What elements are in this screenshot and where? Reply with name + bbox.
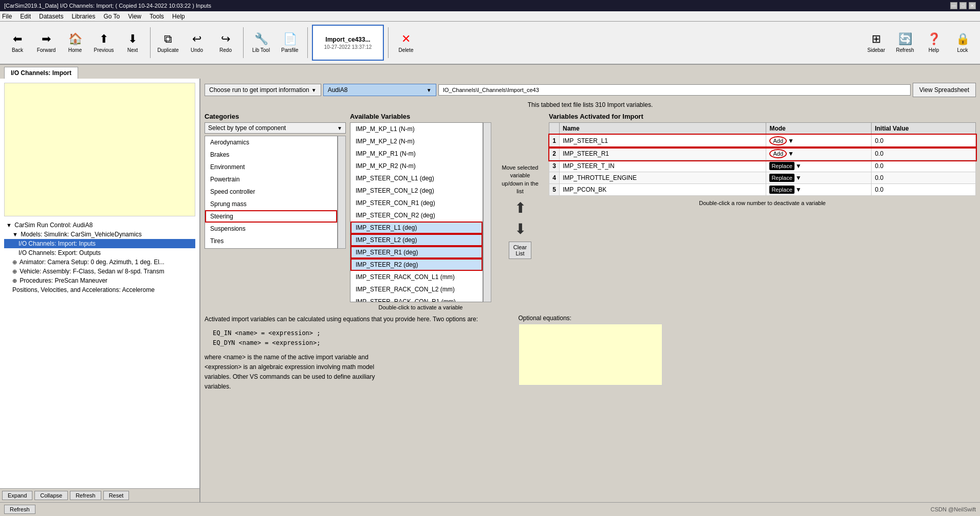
back-button[interactable]: ⬅ Back [4,25,31,61]
reset-button[interactable]: Reset [103,491,130,500]
activated-row-3[interactable]: 3 IMP_STEER_T_IN Replace ▼ 0.0 [549,160,976,172]
refresh-button[interactable]: 🔄 Refresh [892,25,918,61]
menu-file[interactable]: File [2,13,12,20]
cat-item-tires[interactable]: Tires [205,235,337,247]
delete-button[interactable]: ✕ Delete [393,25,419,61]
sidebar-icon: ⊞ [872,32,881,46]
sidebar-button[interactable]: ⊞ Sidebar [863,25,890,61]
menu-help[interactable]: Help [172,13,185,20]
collapse-button[interactable]: Collapse [34,491,68,500]
mode-dropdown-icon-1[interactable]: ▼ [788,137,794,144]
cat-item-sprungmass[interactable]: Sprung mass [205,198,337,210]
row-mode-2[interactable]: Add ▼ [766,148,872,160]
tree-item-io-export[interactable]: I/O Channels: Export: Outputs [4,248,195,257]
cat-item-suspensions[interactable]: Suspensions [205,223,337,235]
status-refresh-button[interactable]: Refresh [4,505,35,514]
var-item-11[interactable]: IMP_STEER_R2 (deg) [350,259,483,271]
undo-button[interactable]: ↩ Undo [183,25,210,61]
category-type-dropdown[interactable]: Select by type of component ▼ [205,122,346,134]
forward-button[interactable]: ➡ Forward [33,25,60,61]
cat-item-aerodynamics[interactable]: Aerodynamics [205,136,337,149]
cat-item-environment[interactable]: Environment [205,161,337,173]
redo-button[interactable]: ↪ Redo [212,25,239,61]
variable-scrollbar[interactable] [483,122,491,302]
row-num-4[interactable]: 4 [549,172,560,184]
tree-item-procedures[interactable]: ⊕ Procedures: PreScan Maneuver [4,276,195,285]
next-button[interactable]: ⬇ Next [119,25,146,61]
clear-list-button[interactable]: Clear List [509,242,531,259]
tree-item-positions[interactable]: Positions, Velocities, and Accelerations… [4,285,195,294]
run-name-dropdown[interactable]: AudiA8 ▼ [323,84,436,96]
previous-label: Previous [94,47,114,53]
row-mode-4[interactable]: Replace ▼ [766,172,872,184]
tree-item-carsim-run[interactable]: ▼ CarSim Run Control: AudiA8 [4,220,195,230]
expand-button[interactable]: Expand [2,491,32,500]
var-item-8[interactable]: IMP_STEER_L1 (deg) [350,222,483,234]
help-button[interactable]: ❓ Help [920,25,947,61]
duplicate-button[interactable]: ⧉ Duplicate [155,25,181,61]
mode-dropdown-icon-2[interactable]: ▼ [788,150,794,157]
var-item-7[interactable]: IMP_STEER_CON_R2 (deg) [350,209,483,222]
row-num-1[interactable]: 1 [549,135,560,148]
maximize-button[interactable]: □ [959,2,967,9]
activated-row-1[interactable]: 1 IMP_STEER_L1 Add ▼ 0.0 [549,135,976,148]
var-item-0[interactable]: IMP_M_KP_L1 (N-m) [350,123,483,135]
minimize-button[interactable]: — [950,2,957,9]
menu-datasets[interactable]: Datasets [39,13,63,20]
title-text: [CarSim2019.1_Data] I/O Channels: Import… [4,3,211,9]
menu-view[interactable]: View [128,13,141,20]
var-item-12[interactable]: IMP_STEER_RACK_CON_L1 (mm) [350,271,483,283]
tree-item-vehicle[interactable]: ⊕ Vehicle: Assembly: F-Class, Sedan w/ 8… [4,267,195,276]
row-num-3[interactable]: 3 [549,160,560,172]
activated-row-4[interactable]: 4 IMP_THROTTLE_ENGINE Replace ▼ 0.0 [549,172,976,184]
parsfile-button[interactable]: 📄 Parsfile [276,25,303,61]
var-item-1[interactable]: IMP_M_KP_L2 (N-m) [350,135,483,148]
choose-run-dropdown[interactable]: Choose run to get import information ▼ [205,84,321,96]
tree-item-models[interactable]: ▼ Models: Simulink: CarSim_VehicleDynami… [4,230,195,239]
tree-item-animator[interactable]: ⊕ Animator: Camera Setup: 0 deg. Azimuth… [4,257,195,267]
move-down-button[interactable]: ⬇ [514,220,526,237]
row-mode-5[interactable]: Replace ▼ [766,184,872,196]
category-scrollbar[interactable] [338,136,346,249]
mode-dropdown-icon-5[interactable]: ▼ [796,186,802,193]
activated-row-2[interactable]: 2 IMP_STEER_R1 Add ▼ 0.0 [549,148,976,160]
menu-tools[interactable]: Tools [150,13,164,20]
previous-button[interactable]: ⬆ Previous [90,25,117,61]
var-item-14[interactable]: IMP_STEER_RACK_CON_R1 (mm) [350,296,483,302]
var-item-13[interactable]: IMP_STEER_RACK_CON_L2 (mm) [350,283,483,296]
left-refresh-button[interactable]: Refresh [70,491,101,500]
var-item-9[interactable]: IMP_STEER_L2 (deg) [350,234,483,246]
lock-button[interactable]: 🔒 Lock [949,25,976,61]
mode-dropdown-icon-4[interactable]: ▼ [796,174,802,181]
cat-item-steering[interactable]: Steering [205,210,337,223]
libtool-label: Lib Tool [252,47,270,53]
cat-item-powertrain[interactable]: Powertrain [205,173,337,186]
row-mode-3[interactable]: Replace ▼ [766,160,872,172]
var-item-5[interactable]: IMP_STEER_CON_L2 (deg) [350,185,483,197]
home-button[interactable]: 🏠 Home [62,25,88,61]
optional-eq-area[interactable] [519,324,662,385]
mode-dropdown-icon-3[interactable]: ▼ [796,162,802,170]
row-num-5[interactable]: 5 [549,184,560,196]
activated-row-5[interactable]: 5 IMP_PCON_BK Replace ▼ 0.0 [549,184,976,196]
var-item-6[interactable]: IMP_STEER_CON_R1 (deg) [350,197,483,209]
view-spreadsheet-button[interactable]: View Spreadsheet [913,83,976,97]
cat-item-brakes[interactable]: Brakes [205,149,337,161]
menu-goto[interactable]: Go To [103,13,120,20]
import-file-indicator[interactable]: Import_ce433... 10-27-2022 13:37:12 [312,25,384,61]
row-mode-1[interactable]: Add ▼ [766,135,872,148]
menu-edit[interactable]: Edit [20,13,31,20]
tree-item-io-import[interactable]: I/O Channels: Import: Inputs [4,239,195,248]
row-name-5: IMP_PCON_BK [560,184,766,196]
close-button[interactable]: ✕ [969,2,976,9]
tab-io-channels[interactable]: I/O Channels: Import [4,67,78,79]
menu-libraries[interactable]: Libraries [71,13,95,20]
var-item-2[interactable]: IMP_M_KP_R1 (N-m) [350,148,483,160]
cat-item-speedcontroller[interactable]: Speed controller [205,186,337,198]
var-item-4[interactable]: IMP_STEER_CON_L1 (deg) [350,172,483,185]
var-item-10[interactable]: IMP_STEER_R1 (deg) [350,246,483,259]
libtool-button[interactable]: 🔧 Lib Tool [248,25,274,61]
var-item-3[interactable]: IMP_M_KP_R2 (N-m) [350,160,483,172]
row-num-2[interactable]: 2 [549,148,560,160]
move-up-button[interactable]: ⬆ [514,199,526,216]
